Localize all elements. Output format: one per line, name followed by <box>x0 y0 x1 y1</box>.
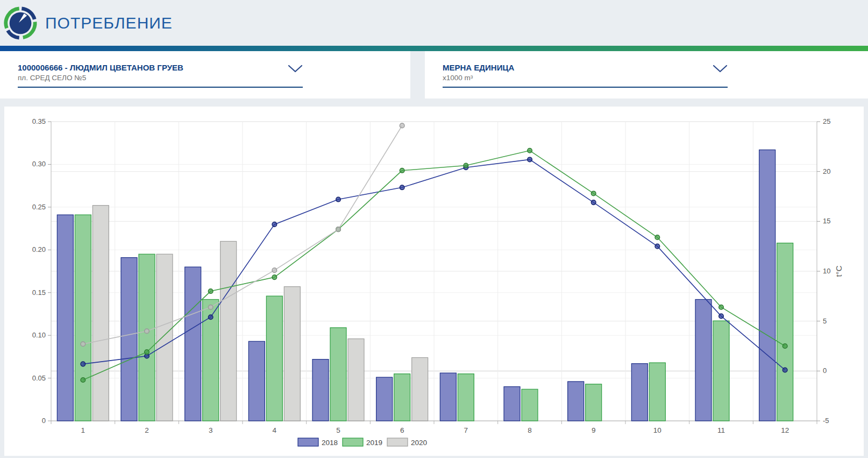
bar-2018-7[interactable] <box>440 373 456 421</box>
bar-2020-6[interactable] <box>412 357 428 421</box>
svg-text:10: 10 <box>653 426 661 434</box>
legend-label-2019: 2019 <box>366 439 382 447</box>
point-2019-7[interactable] <box>464 163 468 168</box>
point-2020-3[interactable] <box>208 305 213 309</box>
svg-text:10: 10 <box>823 267 830 275</box>
point-2020-2[interactable] <box>145 329 150 334</box>
chevron-down-icon[interactable] <box>288 65 303 73</box>
point-2019-8[interactable] <box>528 148 532 153</box>
bar-2019-4[interactable] <box>266 296 282 421</box>
legend-swatch-2019 <box>343 438 363 446</box>
point-2018-8[interactable] <box>528 157 532 162</box>
bar-2019-10[interactable] <box>649 363 665 421</box>
page: ПОТРЕБЛЕНИЕ 1000006666 - ЛЮДМИЛ ЦВЕТАНОВ… <box>0 0 868 456</box>
bar-2020-2[interactable] <box>156 254 173 421</box>
app-header: ПОТРЕБЛЕНИЕ <box>0 0 868 46</box>
point-2018-11[interactable] <box>719 314 724 319</box>
gauge-icon <box>3 6 38 40</box>
point-2018-1[interactable] <box>81 362 86 367</box>
svg-text:7: 7 <box>464 426 468 434</box>
point-2019-4[interactable] <box>272 275 277 280</box>
legend-label-2020: 2020 <box>411 439 427 447</box>
bar-2020-1[interactable] <box>93 206 109 421</box>
point-2019-1[interactable] <box>81 378 86 383</box>
bar-2019-12[interactable] <box>777 243 793 421</box>
filter-gap <box>410 51 425 98</box>
svg-text:20: 20 <box>823 167 830 175</box>
point-2018-3[interactable] <box>208 315 213 320</box>
bar-2019-11[interactable] <box>713 321 729 421</box>
chevron-down-icon[interactable] <box>713 65 728 73</box>
bar-2018-5[interactable] <box>312 360 329 421</box>
header-divider <box>0 46 868 51</box>
svg-text:4: 4 <box>273 426 277 434</box>
point-2019-9[interactable] <box>591 191 596 196</box>
point-2018-4[interactable] <box>272 222 277 227</box>
right-axis-title: t°C <box>834 265 843 277</box>
bar-2018-11[interactable] <box>695 299 712 421</box>
legend-item-2018[interactable]: 2018 <box>298 438 338 447</box>
bar-2019-6[interactable] <box>394 374 410 421</box>
point-2019-6[interactable] <box>400 168 404 173</box>
svg-text:0: 0 <box>823 367 827 375</box>
svg-text:9: 9 <box>592 426 596 434</box>
svg-text:2: 2 <box>145 426 149 434</box>
client-select-subvalue: пл. СРЕД СЕЛО №5 <box>18 73 288 83</box>
point-2018-9[interactable] <box>591 200 596 205</box>
svg-text:0.20: 0.20 <box>32 245 46 253</box>
unit-card: МЕРНА ЕДИНИЦА x1000 m³ <box>425 51 868 98</box>
bar-2020-5[interactable] <box>348 339 364 421</box>
bar-2019-2[interactable] <box>139 254 155 421</box>
bar-2018-4[interactable] <box>248 341 265 421</box>
client-select[interactable]: 1000006666 - ЛЮДМИЛ ЦВЕТАНОВ ГРУЕВ пл. С… <box>18 62 303 88</box>
legend-swatch-2018 <box>298 438 318 446</box>
point-2018-6[interactable] <box>400 185 404 190</box>
point-2018-12[interactable] <box>782 368 787 372</box>
bar-2019-1[interactable] <box>75 215 91 421</box>
consumption-chart-card: 00.050.100.150.200.250.300.35-5051015202… <box>4 107 864 456</box>
bar-2018-8[interactable] <box>504 386 520 421</box>
bar-2019-8[interactable] <box>522 389 538 421</box>
legend-item-2020[interactable]: 2020 <box>387 438 427 447</box>
bar-2018-12[interactable] <box>759 150 775 421</box>
unit-select[interactable]: МЕРНА ЕДИНИЦА x1000 m³ <box>443 62 728 88</box>
svg-text:15: 15 <box>823 217 830 225</box>
point-2020-5[interactable] <box>336 227 341 232</box>
svg-text:1: 1 <box>81 426 86 434</box>
bar-2018-2[interactable] <box>121 258 137 421</box>
bar-2019-7[interactable] <box>458 374 474 421</box>
point-2019-2[interactable] <box>145 350 150 355</box>
legend-item-2019[interactable]: 2019 <box>343 438 382 447</box>
svg-text:0.30: 0.30 <box>32 160 46 168</box>
bar-2018-10[interactable] <box>631 364 648 421</box>
svg-text:6: 6 <box>400 426 404 434</box>
point-2018-10[interactable] <box>655 244 660 249</box>
point-2019-12[interactable] <box>782 344 787 349</box>
svg-text:5: 5 <box>823 317 827 325</box>
legend-label-2018: 2018 <box>322 439 338 447</box>
point-2019-10[interactable] <box>655 235 660 240</box>
point-2019-3[interactable] <box>208 289 213 294</box>
bar-2018-1[interactable] <box>57 215 73 421</box>
bar-2018-3[interactable] <box>185 267 201 421</box>
svg-text:12: 12 <box>781 426 789 434</box>
bar-2020-4[interactable] <box>284 287 300 421</box>
bar-2018-9[interactable] <box>568 382 584 421</box>
point-2020-4[interactable] <box>272 268 277 273</box>
bar-2020-3[interactable] <box>220 241 237 421</box>
svg-text:-5: -5 <box>823 417 829 425</box>
unit-select-subvalue: x1000 m³ <box>443 73 713 83</box>
svg-text:0.10: 0.10 <box>32 331 46 339</box>
unit-select-value: МЕРНА ЕДИНИЦА <box>443 62 713 73</box>
bar-2019-9[interactable] <box>586 384 602 421</box>
point-2018-5[interactable] <box>336 197 341 202</box>
svg-text:11: 11 <box>717 426 725 434</box>
bar-2018-6[interactable] <box>376 377 393 421</box>
bar-2019-5[interactable] <box>330 328 346 421</box>
svg-text:5: 5 <box>336 426 340 434</box>
point-2019-11[interactable] <box>719 305 724 309</box>
svg-text:0.25: 0.25 <box>32 203 46 211</box>
point-2020-6[interactable] <box>400 123 404 128</box>
point-2020-1[interactable] <box>81 342 86 347</box>
svg-text:0.15: 0.15 <box>32 288 46 297</box>
